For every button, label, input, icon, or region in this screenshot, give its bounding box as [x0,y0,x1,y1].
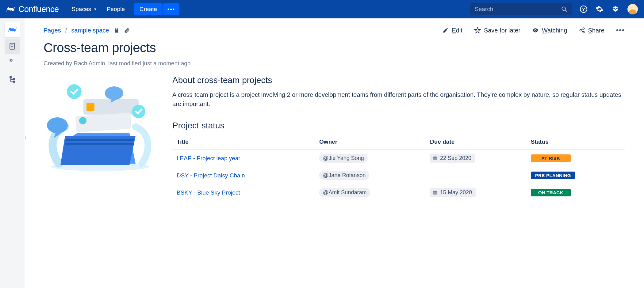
table-row: DSY - Project Daisy Chain@Jane RotansonP… [172,167,625,184]
table-row: LEAP - Project leap year@Jie Yang Song22… [172,150,625,167]
user-mention[interactable]: @Jie Yang Song [319,154,368,163]
sidebar-blog[interactable]: ” [5,55,20,70]
svg-text:”: ” [9,59,13,66]
notifications-icon[interactable] [611,5,619,13]
save-for-later-button[interactable]: Save for later [474,27,520,34]
search-box[interactable] [470,3,572,15]
svg-line-16 [581,31,583,32]
col-status: Status [527,135,625,150]
illustration-column [44,75,163,201]
user-mention[interactable]: @Amit Sundaram [319,188,370,197]
folder-illustration [44,78,157,173]
nav-spaces-label: Spaces [72,6,91,13]
svg-rect-35 [436,190,436,191]
table-heading: Project status [172,121,625,131]
svg-point-25 [105,86,123,100]
edit-label: Edit [452,27,462,34]
create-more-button[interactable]: ••• [163,3,179,15]
breadcrumb-row: Pages / sample space Edit Save for later [44,26,625,34]
search-input[interactable] [475,6,561,13]
space-sidebar: ” || [0,18,25,288]
svg-point-11 [535,30,536,31]
col-owner: Owner [315,135,426,150]
breadcrumb-sep: / [65,27,67,34]
project-link[interactable]: LEAP - Project leap year [177,155,240,161]
attachments-icon[interactable] [124,27,130,33]
svg-rect-34 [434,190,434,191]
app-header: Confluence Spaces ▼ People Create ••• ? [0,0,644,18]
main-column: About cross-team projects A cross-team p… [172,75,625,201]
sidebar-pages[interactable] [5,39,20,54]
svg-rect-33 [433,191,437,192]
svg-rect-10 [13,81,15,82]
app-name: Confluence [18,5,59,14]
page-body: About cross-team projects A cross-team p… [44,75,625,201]
svg-rect-21 [86,103,94,111]
confluence-icon [6,5,15,14]
watching-button[interactable]: Watching [532,27,567,34]
page-actions: Edit Save for later Watching Share ••• [443,26,625,34]
calendar-icon [432,190,438,195]
about-heading: About cross-team projects [172,75,625,85]
restrictions-icon[interactable] [113,27,120,33]
help-icon[interactable]: ? [580,5,588,13]
user-mention[interactable]: @Jane Rotanson [319,171,369,180]
svg-rect-31 [436,156,436,157]
sidebar-app-icon[interactable] [5,22,20,37]
due-date-chip: 15 May 2020 [430,188,476,197]
table-header-row: Title Owner Due date Status [172,135,625,150]
svg-rect-30 [434,156,434,157]
nav-people-label: People [107,6,125,13]
breadcrumb-space[interactable]: sample space [71,27,109,34]
svg-point-14 [583,31,584,33]
pencil-icon [443,27,449,33]
svg-rect-9 [13,78,15,80]
svg-rect-8 [10,77,12,78]
svg-line-1 [565,10,567,12]
page-content: Pages / sample space Edit Save for later [25,18,644,288]
nav-people[interactable]: People [103,3,128,15]
project-link[interactable]: DSY - Project Daisy Chain [177,172,245,179]
calendar-icon [432,156,438,161]
search-icon [561,6,567,12]
page-title: Cross-team projects [44,40,625,55]
svg-point-24 [47,117,68,133]
table-row: BSKY - Blue Sky Project@Amit Sundaram15 … [172,184,625,201]
save-label: Save for later [484,27,520,34]
svg-text:?: ? [582,6,585,12]
svg-point-26 [67,84,82,99]
more-actions-button[interactable]: ••• [616,26,625,34]
profile-avatar[interactable] [627,4,638,14]
svg-point-12 [583,28,584,29]
project-link[interactable]: BSKY - Blue Sky Project [177,189,240,196]
about-body: A cross-team project is a project involv… [172,90,625,108]
app-logo[interactable]: Confluence [6,5,59,14]
breadcrumb-pages[interactable]: Pages [44,27,61,34]
svg-line-15 [581,29,583,30]
page-byline: Created by Rach Admin, last modified jus… [44,60,625,67]
sidebar-tree[interactable] [5,72,20,87]
settings-icon[interactable] [596,5,604,13]
share-icon [579,27,585,33]
eye-icon [532,27,539,34]
svg-rect-18 [66,139,134,141]
status-lozenge: ON TRACK [531,189,571,196]
edit-button[interactable]: Edit [443,27,462,34]
status-lozenge: PRE PLANNING [531,172,575,179]
project-status-table: Title Owner Due date Status LEAP - Proje… [172,135,625,201]
share-button[interactable]: Share [579,27,604,34]
star-icon [474,27,481,34]
chevron-down-icon: ▼ [94,7,97,11]
col-due: Due date [426,135,527,150]
confluence-small-icon [8,25,17,34]
col-title: Title [172,135,315,150]
svg-rect-29 [433,157,437,158]
svg-rect-19 [65,143,134,145]
create-button[interactable]: Create [134,3,163,15]
share-label: Share [588,27,604,34]
nav-spaces[interactable]: Spaces ▼ [68,3,101,15]
svg-point-23 [79,117,86,124]
svg-point-13 [580,30,581,31]
sidebar-resize-handle[interactable]: || [25,135,26,139]
status-lozenge: AT RISK [531,154,571,162]
